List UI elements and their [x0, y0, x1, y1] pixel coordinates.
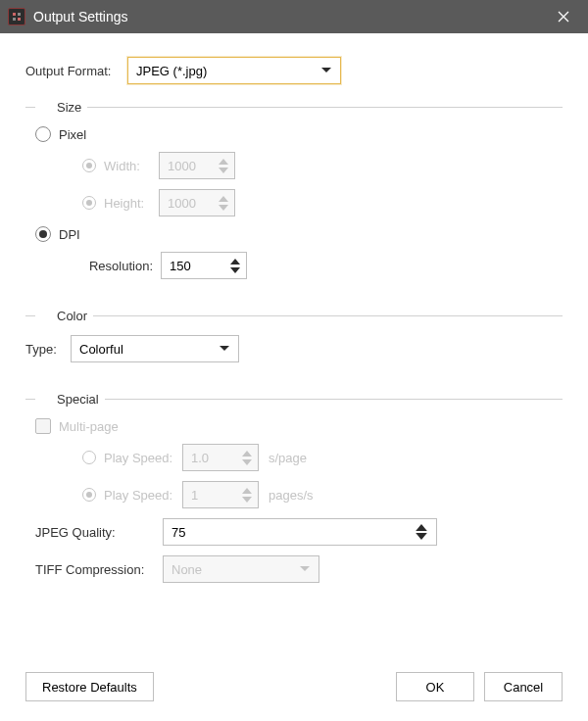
output-format-select[interactable]: JPEG (*.jpg) [127, 57, 341, 84]
pixel-label: Pixel [59, 127, 86, 142]
app-icon [8, 8, 25, 25]
color-legend: Color [35, 309, 93, 323]
ok-button[interactable]: OK [396, 672, 474, 701]
playspeed1-label: Play Speed: [104, 451, 182, 465]
playspeed2-input [182, 481, 259, 508]
pixel-radio[interactable] [35, 126, 51, 142]
height-radio [82, 196, 96, 210]
width-label: Width: [104, 159, 159, 173]
height-input [159, 189, 235, 216]
close-button[interactable] [547, 0, 580, 33]
playspeed2-spin [240, 484, 254, 505]
playspeed1-unit: s/page [269, 451, 307, 465]
chevron-down-icon [219, 345, 230, 353]
special-legend: Special [35, 392, 105, 407]
jpeg-quality-spin[interactable] [415, 521, 428, 543]
output-format-label: Output Format: [25, 64, 127, 78]
resolution-spin[interactable] [228, 255, 242, 276]
cancel-button[interactable]: Cancel [484, 672, 563, 701]
resolution-input[interactable] [161, 252, 247, 279]
color-fieldset: Color Type: Colorful [25, 309, 563, 376]
restore-defaults-button[interactable]: Restore Defaults [25, 672, 154, 701]
chevron-down-icon [299, 565, 311, 573]
size-legend: Size [35, 100, 87, 115]
width-radio [82, 159, 96, 172]
color-type-select[interactable]: Colorful [71, 335, 239, 362]
special-fieldset: Special Multi-page Play Speed: [25, 392, 563, 597]
height-label: Height: [104, 196, 159, 211]
playspeed1-spin [240, 447, 254, 468]
playspeed1-radio [82, 451, 96, 464]
window-title: Output Settings [33, 9, 547, 24]
titlebar: Output Settings [0, 0, 588, 33]
multipage-checkbox [35, 418, 51, 434]
tiff-compression-value: None [172, 562, 202, 577]
output-format-value: JPEG (*.jpg) [136, 64, 207, 78]
jpeg-quality-input[interactable] [163, 518, 437, 546]
tiff-compression-select: None [163, 555, 319, 583]
jpeg-quality-label: JPEG Quality: [35, 525, 163, 540]
multipage-label: Multi-page [59, 419, 119, 434]
playspeed2-unit: pages/s [269, 488, 314, 503]
size-fieldset: Size Pixel Width: [25, 100, 563, 293]
width-input [159, 152, 235, 179]
resolution-label: Resolution: [82, 259, 161, 273]
tiff-compression-label: TIFF Compression: [35, 562, 163, 577]
color-type-value: Colorful [79, 342, 123, 357]
width-spin [217, 155, 230, 176]
height-spin [217, 192, 230, 214]
dpi-label: DPI [59, 227, 80, 242]
dpi-radio[interactable] [35, 226, 51, 242]
playspeed2-radio [82, 488, 96, 502]
chevron-down-icon [320, 67, 332, 74]
color-type-label: Type: [25, 342, 71, 357]
jpeg-quality-value[interactable] [164, 519, 436, 545]
playspeed1-input [182, 444, 259, 471]
playspeed2-label: Play Speed: [104, 488, 182, 503]
footer: Restore Defaults OK Cancel [25, 672, 563, 701]
output-format-row: Output Format: JPEG (*.jpg) [25, 57, 563, 84]
